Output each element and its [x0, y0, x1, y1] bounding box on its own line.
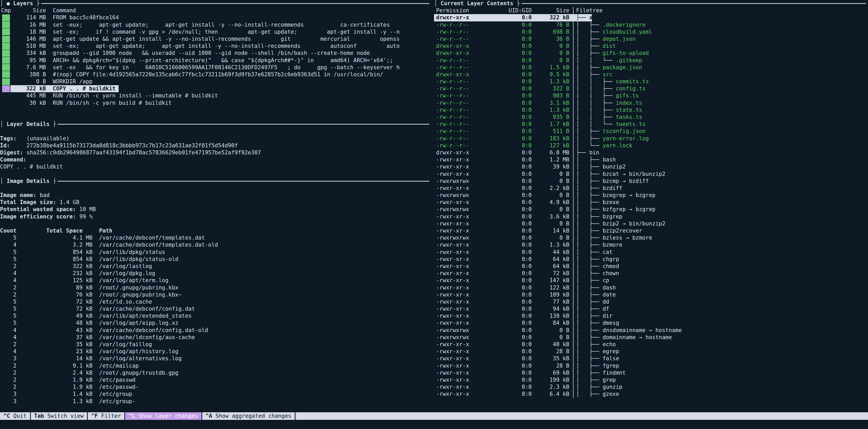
layer-row[interactable]: 146 MBapt-get update && apt-get install …	[0, 35, 434, 42]
wasted-file-row[interactable]: 2 35 kB /var/log/faillog	[0, 341, 434, 348]
wasted-file-row[interactable]: 5 72 kB /etc/ld.so.cache	[0, 298, 434, 305]
filetree-row[interactable]: -rwxr-xr-x0:0122 kB│ ├── dash	[434, 284, 868, 291]
filetree-row[interactable]: -rwxr-xr-x0:064 kB│ ├── chmod	[434, 263, 868, 270]
filetree-row[interactable]: -rwxr-xr-x0:0139 kB│ ├── dir	[434, 312, 868, 319]
wasted-file-row[interactable]: 3 1.4 kB /etc/group	[0, 391, 434, 398]
filetree-row[interactable]: -rw-r--r--0:01.3 kB│ │ ├── state.ts	[434, 106, 868, 114]
wasted-file-row[interactable]: 4 232 kB /var/log/dpkg.log	[0, 270, 434, 277]
filetree-row[interactable]: -rwxr-xr-x0:02.2 kB│ ├── bzdiff	[434, 185, 868, 192]
wasted-file-row[interactable]: 5 854 kB /var/lib/dpkg/status-old	[0, 256, 434, 263]
filetree-row[interactable]: -rw-r--r--0:076 B│ ├── .dockerignore	[434, 22, 868, 29]
wasted-file-row[interactable]: 5 4.1 MB /var/cache/debconf/templates.da…	[0, 234, 434, 241]
filetree-row[interactable]: -rwxr-xr-x0:040 kB│ ├── echo	[434, 341, 868, 348]
filetree-row[interactable]: -rwxrwxrwx0:00 B│ ├── domainname → hostn…	[434, 334, 868, 341]
filetree-row[interactable]: -rwxr-xr-x0:077 kB│ ├── dd	[434, 298, 868, 305]
filetree-row[interactable]: -rwxr-xr-x0:035 kB│ ├── false	[434, 355, 868, 362]
wasted-file-row[interactable]: 4 3.2 MB /var/cache/debconf/templates.da…	[0, 241, 434, 248]
layer-row[interactable]: 30 kBRUN /bin/sh -c yarn build # buildki…	[0, 99, 434, 106]
wasted-file-row[interactable]: 5 48 kB /var/log/apt/eipp.log.xz	[0, 319, 434, 327]
layer-row[interactable]: 334 kBgroupadd --gid 1000 node && userad…	[0, 50, 434, 57]
layer-row[interactable]: 445 MBRUN /bin/sh -c yarn install --immu…	[0, 92, 434, 99]
wasted-file-row[interactable]: 2 2.4 kB /root/.gnupg/trustdb.gpg	[0, 369, 434, 376]
filetree-row[interactable]: -rwxr-xr-x0:00 B│ ├── bzcat → bin/bunzip…	[434, 171, 868, 178]
file-size: 183 kB	[537, 135, 569, 142]
filetree-row[interactable]: -rw-r--r--0:01.3 kB│ │ ├── commits.ts	[434, 78, 868, 85]
filetree-row[interactable]: -rwxrwxrwx0:00 B│ ├── dnsdomainname → ho…	[434, 327, 868, 334]
filetree-row[interactable]: -rw-r--r--0:03.1 kB│ │ ├── index.ts	[434, 99, 868, 106]
layer-row[interactable]: 95 MBARCH= && dpkgArch="$(dpkg --print-a…	[0, 57, 434, 64]
wasted-file-row[interactable]: 5 49 kB /var/lib/apt/extended_states	[0, 312, 434, 319]
filetree-row[interactable]: -rwxr-xr-x0:094 kB│ ├── df	[434, 305, 868, 312]
filetree-row[interactable]: -rw-r--r--0:01.5 kB│ ├── package.json	[434, 64, 868, 71]
layer-row[interactable]: 7.6 MBset -ex && for key in 6A010C516600…	[0, 64, 434, 71]
filetree-row[interactable]: drwxr-xr-x0:09.5 kB│ ├── src	[434, 71, 868, 78]
filetree-row[interactable]: -rw-r--r--0:0511 B│ ├── tsconfig.json	[434, 128, 868, 135]
filetree-row[interactable]: -rwxrwxrwx0:00 B│ ├── bzegrep → bzgrep	[434, 192, 868, 199]
filetree-row[interactable]: -rwxr-xr-x0:044 kB│ ├── cat	[434, 249, 868, 256]
filetree-row[interactable]: -rwxr-xr-x0:04.9 kB│ ├── bzexe	[434, 199, 868, 206]
wasted-file-row[interactable]: 4 43 kB /var/cache/debconf/config.dat-ol…	[0, 327, 434, 334]
layer-row[interactable]: 16 MBset -eux; apt-get update; apt-get i…	[0, 22, 434, 29]
filetree-row[interactable]: -rwxr-xr-x0:01.2 MB│ ├── bash	[434, 156, 868, 163]
filetree-row[interactable]: -rw-r--r--0:0183 kB│ ├── yarn-error.log	[434, 135, 868, 142]
wasted-file-row[interactable]: 2 89 kB /root/.gnupg/pubring.kbx	[0, 284, 434, 291]
filetree-row[interactable]: drwxr-xr-x0:06.0 MB├── bin	[434, 149, 868, 156]
filetree-row[interactable]: -rwxr-xr-x0:06.4 kB│ ├── gzexe	[434, 391, 868, 398]
filetree-row[interactable]: -rwxr-xr-x0:03.6 kB│ ├── bzgrep	[434, 213, 868, 220]
filetree-row[interactable]: -rw-r--r--0:0935 B│ │ ├── tasks.ts	[434, 114, 868, 121]
wasted-file-row[interactable]: 4 37 kB /var/cache/ldconfig/aux-cache	[0, 334, 434, 341]
wasted-file-row[interactable]: 4 125 kB /var/log/apt/term.log	[0, 277, 434, 284]
layer-row[interactable]: 510 MBset -ex; apt-get update; apt-get i…	[0, 42, 434, 50]
statusbar-show-layer-changes[interactable]: ^L Show layer changes	[125, 412, 202, 420]
wasted-file-row[interactable]: 3 1.3 kB /etc/group-	[0, 398, 434, 405]
filetree-row[interactable]: drwxr-xr-x0:00 B│ ├── dist	[434, 42, 868, 50]
filetree-row[interactable]: -rwxr-xr-x0:02.3 kB│ ├── gunzip	[434, 384, 868, 391]
wasted-file-row[interactable]: 2 9.1 kB /etc/mailcap	[0, 362, 434, 369]
filetree-row[interactable]: -rwxr-xr-x0:0109 kB│ ├── date	[434, 291, 868, 298]
filetree-row[interactable]: -rwxr-xr-x0:069 kB│ ├── findmnt	[434, 369, 868, 376]
filetree-row[interactable]: -rw-r--r--0:0903 B│ │ ├── gifs.ts	[434, 92, 868, 99]
statusbar-quit[interactable]: ^C Quit	[0, 412, 30, 420]
layer-row[interactable]: 114 MBFROM bacc5c40fbce164	[0, 14, 434, 21]
filetree-row[interactable]: -rw-r--r--0:0322 B│ │ ├── config.ts	[434, 85, 868, 92]
filetree-row[interactable]: -rwxr-xr-x0:064 kB│ ├── chgrp	[434, 256, 868, 263]
filetree-row[interactable]: -rwxr-xr-x0:01.3 kB│ ├── bzmore	[434, 241, 868, 248]
filetree-row[interactable]: -rwxr-xr-x0:0147 kB│ ├── cp	[434, 277, 868, 284]
filetree-row[interactable]: -rwxr-xr-x0:084 kB│ ├── dmesg	[434, 319, 868, 327]
filetree-row[interactable]: -rwxrwxrwx0:00 B│ ├── bzfgrep → bzgrep	[434, 206, 868, 213]
filetree-row[interactable]: -rwxr-xr-x0:014 kB│ ├── bzip2recover	[434, 227, 868, 234]
wasted-file-row[interactable]: 2 1.9 kB /etc/passwd-	[0, 384, 434, 391]
layer-row[interactable]: 18 MBset -ex; if ! command -v gpg > /dev…	[0, 29, 434, 35]
wasted-file-row[interactable]: 3 14 kB /var/log/alternatives.log	[0, 355, 434, 362]
wasted-file-row[interactable]: 5 72 kB /var/cache/debconf/config.dat	[0, 305, 434, 312]
filetree-row[interactable]: drwxr-xr-x0:00 B│ ├── gifs-to-upload	[434, 50, 868, 57]
filetree-row[interactable]: -rwxrwxrwx0:00 B│ ├── bzcmp → bzdiff	[434, 178, 868, 185]
filetree-row[interactable]: -rwxr-xr-x0:039 kB│ ├── bunzip2	[434, 163, 868, 170]
filetree-row[interactable]: -rw-r--r--0:036 B│ ├── depot.json	[434, 35, 868, 42]
wasted-file-row[interactable]: 2 76 kB /root/.gnupg/pubring.kbx~	[0, 291, 434, 298]
filetree-row[interactable]: -rw-r--r--0:00 B│ │ └── .gitkeep	[434, 57, 868, 64]
filetree-row[interactable]: -rwxr-xr-x0:028 B│ ├── fgrep	[434, 362, 868, 369]
filetree-row[interactable]: -rwxr-xr-x0:028 B│ ├── egrep	[434, 348, 868, 355]
statusbar-filter[interactable]: ^F Filter	[88, 412, 124, 420]
layer-command: set -eux; apt-get update; apt-get instal…	[53, 22, 434, 29]
statusbar-switch-view[interactable]: Tab Switch view	[31, 412, 87, 420]
filetree-row[interactable]: -rw-r--r--0:01.7 kB│ │ └── tweets.ts	[434, 121, 868, 128]
wasted-file-row[interactable]: 2 1.9 kB /etc/passwd	[0, 376, 434, 384]
filetree-row[interactable]: -rwxr-xr-x0:0199 kB│ ├── grep	[434, 376, 868, 384]
filetree-row[interactable]: -rwxr-xr-x0:00 B│ ├── bzip2 → bin/bunzip…	[434, 220, 868, 227]
wasted-file-row[interactable]: 2 322 kB /var/log/lastlog	[0, 263, 434, 270]
layer-row[interactable]: 322 kBCOPY . . # buildkit	[0, 85, 434, 92]
file-name: .gitkeep	[616, 57, 642, 63]
layer-row[interactable]: 388 B#(nop) COPY file:4d192565a7220e135c…	[0, 71, 434, 78]
filetree-row[interactable]: -rw-r--r--0:0127 kB│ └── yarn.lock	[434, 142, 868, 149]
wasted-file-row[interactable]: 4 23 kB /var/log/apt/history.log	[0, 348, 434, 355]
filetree-row[interactable]: -rwxr-xr-x0:072 kB│ ├── chown	[434, 270, 868, 277]
filetree-row[interactable]: -rwxrwxrwx0:00 B│ ├── bzless → bzmore	[434, 234, 868, 241]
wasted-file-row[interactable]: 5 854 kB /var/lib/dpkg/status	[0, 249, 434, 256]
tree-branch-glyph: │ │ ├──	[576, 86, 616, 92]
statusbar-show-aggregated-changes[interactable]: ^A Show aggregated changes	[202, 412, 295, 420]
layer-row[interactable]: 0 BWORKDIR /app	[0, 78, 434, 85]
filetree-row[interactable]: drwxr-xr-x0:0322 kB├── app	[434, 14, 868, 21]
filetree-row[interactable]: -rw-r--r--0:0698 B│ ├── cloudbuild.yaml	[434, 29, 868, 35]
